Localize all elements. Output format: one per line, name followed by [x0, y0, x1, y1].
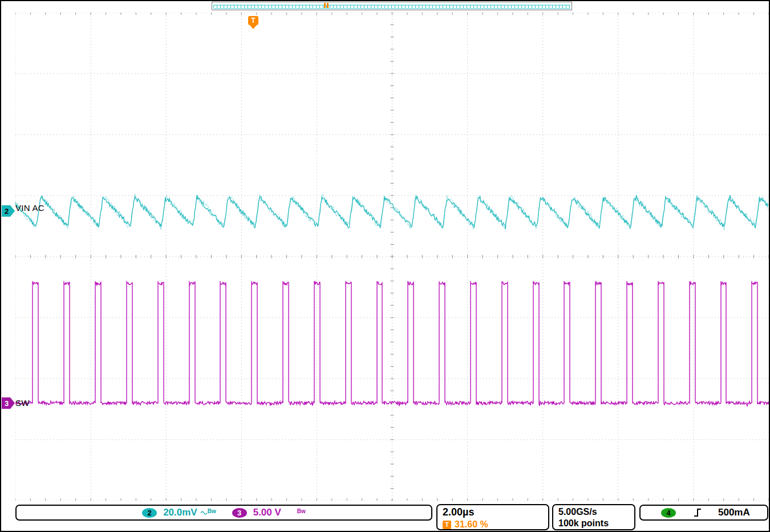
- trigger-flag-label: T: [248, 16, 258, 25]
- timebase-box: 2.00µs T 31.60 %: [436, 504, 549, 530]
- record-view-waveform: [212, 3, 572, 10]
- ch2-position-marker: 2: [2, 205, 15, 217]
- channel-readouts-box: 2 20.0mV Bw 3 5.00 V Bw: [15, 505, 432, 521]
- ch4-badge: 4: [661, 508, 676, 518]
- ac-coupling-icon: [200, 510, 208, 515]
- trigger-position-flag: T: [248, 16, 258, 29]
- ch3-badge: 3: [232, 508, 247, 518]
- acquisition-box: 5.00GS/s 100k points: [552, 504, 635, 530]
- trigger-box: 4 500mA: [639, 505, 768, 521]
- oscilloscope-screen: T 2 VIN AC 3 SW 2 20.0mV Bw 3 5.00 V Bw …: [0, 0, 770, 532]
- trigger-flag-pointer-icon: [250, 25, 257, 29]
- graticule: T: [15, 13, 769, 501]
- ch2-scale-readout: 20.0mV: [163, 507, 197, 518]
- ch3-trace-label: SW: [15, 398, 30, 408]
- ch2-bandwidth-flag: Bw: [208, 508, 216, 514]
- sample-rate-readout: 5.00GS/s: [558, 506, 629, 518]
- ch2-badge: 2: [142, 508, 157, 518]
- waveform-plot: [15, 13, 769, 501]
- record-length-readout: 100k points: [558, 518, 629, 529]
- record-view-bar: [212, 2, 572, 10]
- ch3-scale-readout: 5.00 V: [253, 507, 281, 518]
- ch3-bandwidth-flag: Bw: [297, 508, 306, 514]
- timebase-scale-readout: 2.00µs: [443, 506, 543, 518]
- status-bar: 2 20.0mV Bw 3 5.00 V Bw 2.00µs T 31.60 %…: [1, 503, 769, 531]
- trigger-level-readout: 500mA: [718, 507, 750, 518]
- trigger-t-badge: T: [443, 521, 451, 529]
- ch2-trace-label: VIN AC: [15, 203, 44, 213]
- trigger-position-row: T 31.60 %: [443, 519, 543, 530]
- rising-edge-icon: [693, 507, 702, 518]
- trigger-position-readout: 31.60 %: [455, 519, 488, 530]
- ch3-position-marker: 3: [2, 397, 15, 409]
- record-trigger-marker: [324, 3, 329, 8]
